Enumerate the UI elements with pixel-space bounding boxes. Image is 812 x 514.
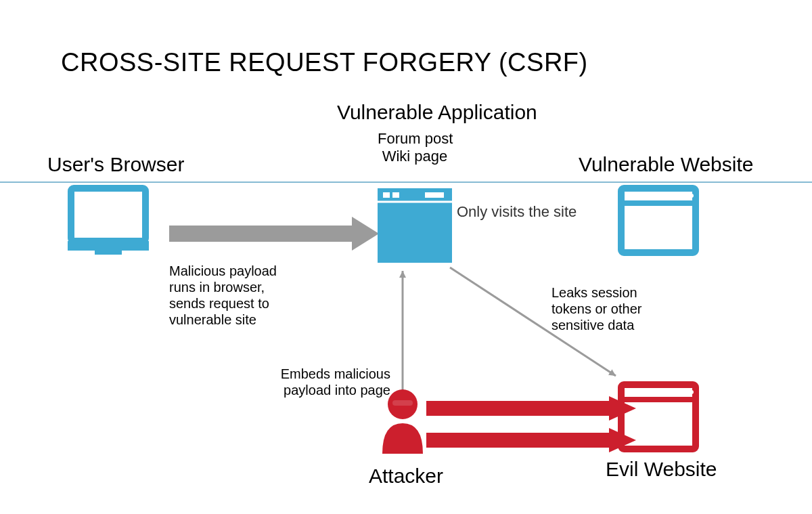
site-title: Vulnerable Website xyxy=(579,152,741,177)
browser-icon xyxy=(68,188,149,255)
attacker-icon xyxy=(382,389,423,454)
svg-rect-10 xyxy=(68,241,149,251)
svg-point-21 xyxy=(690,194,694,198)
svg-rect-15 xyxy=(425,192,444,198)
svg-point-28 xyxy=(690,390,694,394)
vapp-note: Only visits the site xyxy=(457,203,577,221)
edge-browser-to-site: Malicious payload runs in browser, sends… xyxy=(169,263,352,328)
svg-rect-17 xyxy=(621,188,696,253)
svg-point-20 xyxy=(681,194,685,198)
vulnerable-site-icon xyxy=(621,188,696,253)
svg-rect-13 xyxy=(383,192,390,198)
svg-marker-2 xyxy=(352,217,379,251)
vulnerable-app-icon xyxy=(378,188,452,263)
svg-rect-14 xyxy=(392,192,399,198)
svg-point-27 xyxy=(681,390,685,394)
vapp-title: Vulnerable Application xyxy=(337,100,493,125)
svg-rect-11 xyxy=(95,251,122,255)
vapp-sub1: Forum post xyxy=(378,130,452,148)
vapp-sub2: Wiki page xyxy=(378,148,452,165)
svg-rect-9 xyxy=(71,188,145,241)
diagram-title: CROSS-SITE REQUEST FORGERY (CSRF) xyxy=(61,47,588,79)
svg-point-19 xyxy=(673,194,677,198)
edge-site-to-evil: Leaks session tokens or other sensitive … xyxy=(551,284,687,333)
edge-attacker-to-vapp: Embeds malicious payload into page xyxy=(252,366,390,398)
svg-rect-23 xyxy=(392,400,413,406)
svg-point-26 xyxy=(673,390,677,394)
evilsite-title: Evil Website xyxy=(606,457,714,481)
diagram-canvas: CROSS-SITE REQUEST FORGERY (CSRF) Vulner… xyxy=(0,0,812,514)
attacker-title: Attacker xyxy=(369,464,443,488)
svg-rect-12 xyxy=(378,188,452,263)
browser-title: User's Browser xyxy=(47,152,176,177)
